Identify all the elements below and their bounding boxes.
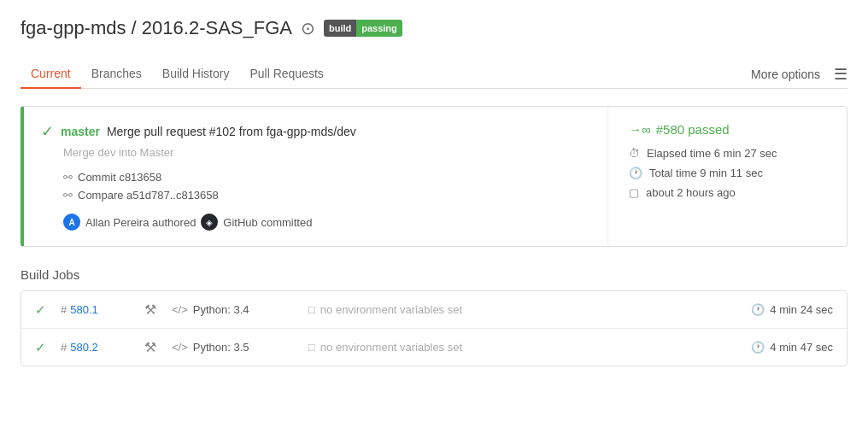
job-language: </> Python: 3.4 (172, 303, 308, 316)
github-icon: ⊙ (301, 18, 315, 38)
elapsed-label: Elapsed time 6 min 27 sec (647, 147, 777, 160)
job-num-text: 580.2 (70, 341, 98, 354)
time-icon: 🕐 (751, 341, 765, 354)
job-language: </> Python: 3.5 (172, 341, 308, 354)
total-label: Total time 9 min 11 sec (649, 167, 763, 179)
build-number-text[interactable]: #580 passed (656, 122, 730, 137)
time-text: 4 min 47 sec (770, 341, 833, 354)
table-row[interactable]: ✓ # 580.2 ⚒ </> Python: 3.5 □ no environ… (21, 329, 847, 366)
tab-current[interactable]: Current (21, 60, 81, 89)
tab-pull-requests[interactable]: Pull Requests (239, 60, 333, 89)
build-jobs-section: Build Jobs ✓ # 580.1 ⚒ </> Python: 3.4 □… (21, 267, 847, 366)
job-env: □ no environment variables set (308, 341, 748, 354)
job-check-icon: ✓ (35, 340, 61, 355)
job-time: 🕐 4 min 24 sec (748, 303, 833, 316)
robot-icon: ⚒ (129, 302, 172, 318)
more-options-button[interactable]: More options (744, 64, 827, 85)
job-number: # 580.2 (61, 341, 129, 354)
compare-icon: ⚯ (63, 189, 73, 202)
stopwatch-icon: ⏱ (629, 147, 640, 160)
compare-row: ⚯ Compare a51d787..c813658 (63, 189, 590, 202)
lang-text: Python: 3.5 (193, 341, 249, 354)
commit-row: ⚯ Commit c813658 (63, 171, 590, 184)
job-time: 🕐 4 min 47 sec (748, 341, 833, 354)
page-header: fga-gpp-mds / 2016.2-SAS_FGA ⊙ build pas… (21, 17, 847, 39)
env-icon: □ (308, 303, 315, 316)
nav-right: More options ☰ (744, 64, 847, 85)
badge-build-label: build (324, 20, 356, 37)
merge-subtitle: Merge dev into Master (63, 146, 590, 159)
commit-message: Merge pull request #102 from fga-gpp-mds… (107, 125, 356, 138)
hash-icon: # (61, 303, 67, 316)
badge-passing-label: passing (356, 20, 402, 37)
github-avatar: ◈ (201, 214, 218, 231)
hamburger-icon[interactable]: ☰ (834, 65, 847, 84)
author-avatar: A (63, 214, 80, 231)
build-number-icon: →∞ (629, 122, 651, 137)
build-badge: build passing (324, 20, 402, 37)
tab-branches[interactable]: Branches (81, 60, 152, 89)
hash-icon: # (61, 341, 67, 354)
env-icon: □ (308, 341, 315, 354)
compare-label[interactable]: Compare a51d787..c813658 (78, 189, 219, 202)
build-jobs-title: Build Jobs (21, 267, 847, 282)
job-env: □ no environment variables set (308, 303, 748, 316)
time-icon: 🕐 (751, 303, 765, 316)
job-check-icon: ✓ (35, 302, 61, 318)
env-text: no environment variables set (320, 341, 462, 354)
job-number: # 580.1 (61, 303, 129, 316)
author-label: Allan Pereira authored (85, 216, 196, 229)
build-card-left: ✓ master Merge pull request #102 from fg… (24, 107, 607, 246)
build-card: ✓ master Merge pull request #102 from fg… (21, 106, 847, 247)
author-row: A Allan Pereira authored ◈ GitHub commit… (63, 214, 590, 231)
tab-build-history[interactable]: Build History (152, 60, 240, 89)
commit-icon: ⚯ (63, 171, 73, 184)
branch-name: master (61, 125, 100, 138)
job-num-text: 580.1 (70, 303, 98, 316)
build-card-right: →∞ #580 passed ⏱ Elapsed time 6 min 27 s… (607, 107, 847, 246)
build-title-row: ✓ master Merge pull request #102 from fg… (41, 122, 590, 141)
table-row[interactable]: ✓ # 580.1 ⚒ </> Python: 3.4 □ no environ… (21, 291, 847, 329)
build-number: →∞ #580 passed (629, 122, 826, 137)
calendar-icon: ▢ (629, 186, 639, 199)
robot-icon: ⚒ (129, 339, 172, 355)
commit-label[interactable]: Commit c813658 (78, 171, 161, 184)
check-icon: ✓ (41, 122, 54, 141)
committer-label: GitHub committed (223, 216, 312, 229)
elapsed-row: ⏱ Elapsed time 6 min 27 sec (629, 147, 826, 160)
env-text: no environment variables set (320, 303, 462, 316)
jobs-table: ✓ # 580.1 ⚒ </> Python: 3.4 □ no environ… (21, 290, 847, 366)
code-icon: </> (172, 341, 188, 354)
page-title: fga-gpp-mds / 2016.2-SAS_FGA (21, 17, 292, 39)
lang-text: Python: 3.4 (193, 303, 249, 316)
date-label: about 2 hours ago (646, 186, 736, 199)
total-row: 🕐 Total time 9 min 11 sec (629, 167, 826, 179)
clock-icon: 🕐 (629, 167, 642, 179)
nav-tabs: Current Branches Build History Pull Requ… (21, 60, 847, 89)
time-text: 4 min 24 sec (770, 303, 833, 316)
code-icon: </> (172, 303, 188, 316)
date-row: ▢ about 2 hours ago (629, 186, 826, 199)
